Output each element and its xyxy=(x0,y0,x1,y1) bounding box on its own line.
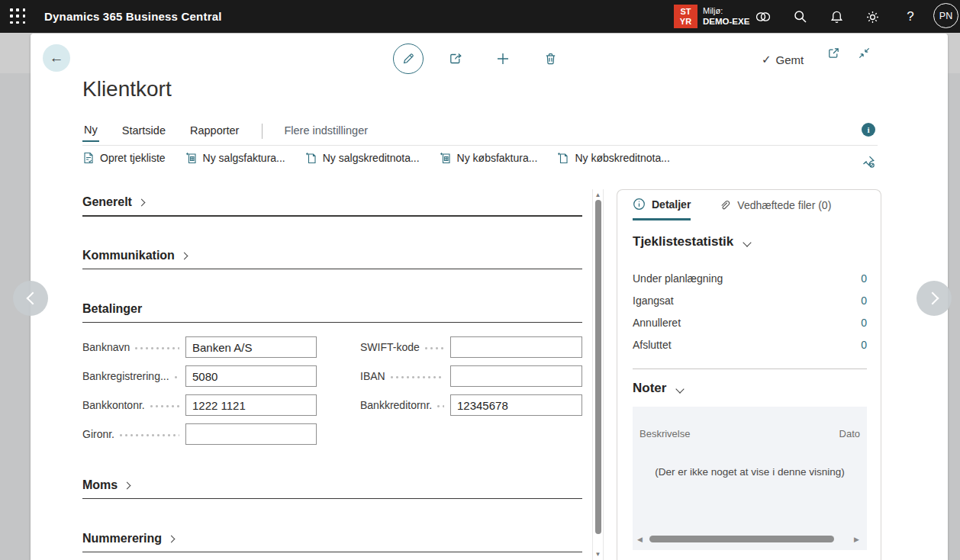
copilot-icon[interactable] xyxy=(753,7,773,27)
scroll-down-arrow[interactable]: ▼ xyxy=(593,551,603,558)
action-opret-tjekliste[interactable]: Opret tjekliste xyxy=(82,152,166,164)
pin-slash-icon xyxy=(861,154,876,169)
notifications-bell-icon[interactable] xyxy=(826,7,846,27)
scroll-up-arrow[interactable]: ▲ xyxy=(593,191,603,198)
stat-value[interactable]: 0 xyxy=(861,317,867,329)
field-label: SWIFT-kode xyxy=(360,341,420,353)
factbox-tab-label: Vedhæftede filer (0) xyxy=(737,199,831,211)
unpin-actionbar-button[interactable] xyxy=(861,154,876,169)
field-iban: IBAN xyxy=(360,365,582,387)
field-label: Banknavn xyxy=(82,341,130,353)
record-actions xyxy=(393,43,565,74)
vertical-scroll-thumb[interactable] xyxy=(595,200,601,534)
notes-col-beskrivelse: Beskrivelse xyxy=(639,428,690,439)
gironr-input[interactable] xyxy=(185,423,317,445)
environment-text: Miljø: DEMO-EXE xyxy=(703,5,749,27)
menu-tabs: Ny Startside Rapporter Flere indstilling… xyxy=(82,121,391,142)
chevron-left-icon xyxy=(26,292,39,305)
tab-ny[interactable]: Ny xyxy=(82,121,99,142)
tab-divider xyxy=(262,124,263,139)
horizontal-scroll-thumb[interactable] xyxy=(649,536,834,542)
section-title: Generelt xyxy=(82,195,132,209)
new-sales-invoice-icon xyxy=(185,152,198,164)
notes-empty-message: (Der er ikke noget at vise i denne visni… xyxy=(633,466,867,478)
section-moms-header[interactable]: Moms xyxy=(82,478,582,499)
action-ny-salgskreditnota[interactable]: Ny salgskreditnota... xyxy=(305,152,420,164)
back-button[interactable]: ← xyxy=(43,44,70,72)
action-label: Opret tjekliste xyxy=(100,152,166,164)
bankregistrering-input[interactable] xyxy=(185,365,317,387)
field-label: Bankkreditornr. xyxy=(360,399,432,411)
swift-kode-input[interactable] xyxy=(450,336,582,358)
tjeklistestatistik-heading[interactable]: Tjeklistestatistik xyxy=(633,234,750,249)
field-label: Bankregistrering... xyxy=(82,370,169,382)
search-icon[interactable] xyxy=(791,7,810,27)
field-bankkontonr: Bankkontonr. xyxy=(82,394,317,416)
noter-heading[interactable]: Noter xyxy=(633,381,683,396)
environment-badge[interactable]: ST YR xyxy=(674,5,697,28)
section-kommunikation-header[interactable]: Kommunikation xyxy=(82,249,582,269)
checklist-document-icon xyxy=(82,152,95,164)
banknavn-input[interactable] xyxy=(185,336,317,358)
section-generelt: Generelt xyxy=(82,195,582,217)
notes-panel: Beskrivelse Dato (Der er ikke noget at v… xyxy=(633,407,867,550)
collapse-arrows-icon xyxy=(857,46,871,60)
section-betalinger-header[interactable]: Betalinger xyxy=(82,302,582,323)
pencil-icon xyxy=(401,52,415,66)
chevron-right-icon xyxy=(168,536,176,543)
collapse-view-button[interactable] xyxy=(855,43,873,62)
stat-label: Igangsat xyxy=(633,294,674,307)
scroll-right-arrow[interactable]: ▶ xyxy=(854,536,859,543)
window-controls xyxy=(824,43,873,62)
action-ny-salgsfaktura[interactable]: Ny salgsfaktura... xyxy=(185,152,285,164)
app-launcher-icon[interactable] xyxy=(10,8,26,24)
factbox-tab-vedhaeftede-filer[interactable]: Vedhæftede filer (0) xyxy=(718,199,831,220)
bankkontonr-input[interactable] xyxy=(185,394,317,416)
tab-rapporter[interactable]: Rapporter xyxy=(188,121,240,141)
delete-button[interactable] xyxy=(535,43,565,74)
share-button[interactable] xyxy=(440,43,471,74)
field-label: Gironr. xyxy=(82,428,114,440)
stat-value[interactable]: 0 xyxy=(861,272,867,285)
stat-row-under-planlaegning: Under planlægning 0 xyxy=(633,272,867,285)
stat-row-afsluttet: Afsluttet 0 xyxy=(633,339,867,351)
settings-gear-icon[interactable] xyxy=(862,7,882,27)
dotted-leader xyxy=(175,376,179,378)
stat-value[interactable]: 0 xyxy=(861,294,867,307)
stat-value[interactable]: 0 xyxy=(861,339,867,351)
factbox-tabs: Detaljer Vedhæftede filer (0) xyxy=(633,198,831,220)
section-generelt-header[interactable]: Generelt xyxy=(82,195,582,217)
fields-left-column: Banknavn Bankregistrering... Bankkontonr… xyxy=(82,336,317,452)
stat-row-annulleret: Annulleret 0 xyxy=(633,317,867,329)
scroll-left-arrow[interactable]: ◀ xyxy=(637,536,643,543)
chevron-down-icon xyxy=(675,385,684,393)
app-title[interactable]: Dynamics 365 Business Central xyxy=(44,10,222,23)
next-record-button[interactable] xyxy=(917,281,952,316)
chevron-right-icon xyxy=(124,482,131,490)
user-avatar[interactable]: PN xyxy=(933,3,958,28)
factbox-tab-detaljer[interactable]: Detaljer xyxy=(633,198,691,220)
section-nummerering-header[interactable]: Nummerering xyxy=(82,532,582,552)
edit-button[interactable] xyxy=(393,43,424,74)
new-button[interactable] xyxy=(488,43,518,74)
help-icon[interactable]: ? xyxy=(900,7,920,27)
new-purchase-credit-memo-icon xyxy=(557,152,569,164)
environment-badge-line1: ST xyxy=(674,7,697,17)
tab-startside[interactable]: Startside xyxy=(121,121,167,141)
action-ny-koebskreditnota[interactable]: Ny købskreditnota... xyxy=(557,152,670,164)
action-ny-koebsfaktura[interactable]: Ny købsfaktura... xyxy=(440,152,538,164)
field-bankregistrering: Bankregistrering... xyxy=(82,365,317,387)
dotted-leader xyxy=(120,434,179,436)
open-in-new-window-button[interactable] xyxy=(824,43,842,62)
stat-label: Under planlægning xyxy=(633,272,723,285)
factbox-section-title: Noter xyxy=(633,381,666,395)
field-bankkreditornr: Bankkreditornr. xyxy=(360,394,582,416)
previous-record-button[interactable] xyxy=(13,281,48,316)
tab-flere-indstillinger[interactable]: Flere indstillinger xyxy=(282,121,369,141)
info-button[interactable]: i xyxy=(862,123,875,137)
bankkreditornr-input[interactable] xyxy=(450,394,582,416)
iban-input[interactable] xyxy=(450,365,582,387)
notes-horizontal-scrollbar[interactable]: ◀ ▶ xyxy=(633,535,867,544)
open-in-new-window-icon xyxy=(826,46,841,60)
main-vertical-scrollbar[interactable]: ▲ ▼ xyxy=(592,189,604,560)
